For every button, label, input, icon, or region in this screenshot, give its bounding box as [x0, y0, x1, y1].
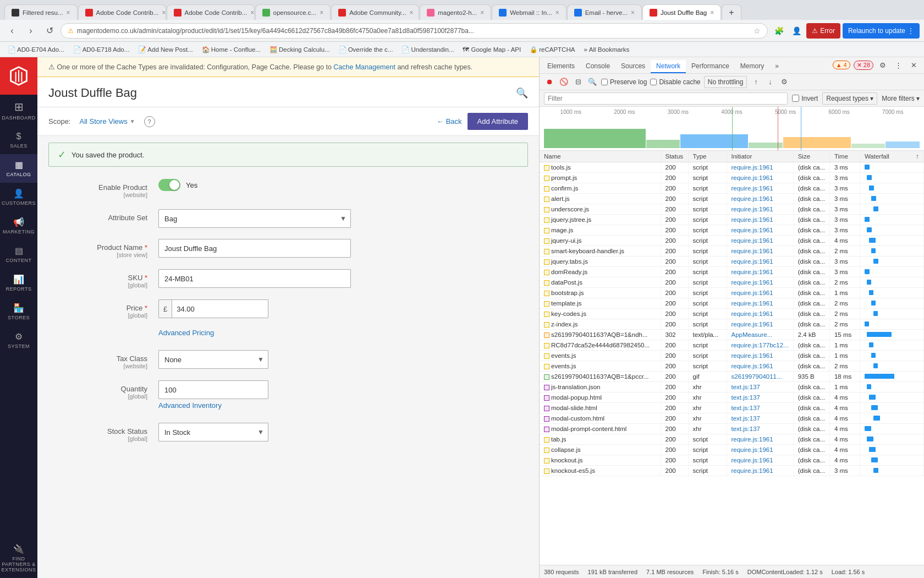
sidebar-item-content[interactable]: ▤ Content — [0, 240, 37, 269]
table-row[interactable]: jquery.tabs.js 200 script require.js:196… — [540, 257, 924, 267]
sidebar-item-marketing[interactable]: 📢 Marketing — [0, 211, 37, 240]
tab-opensource[interactable]: opensource.c... × — [255, 4, 331, 20]
table-row[interactable]: underscore.js 200 script require.js:1961… — [540, 204, 924, 215]
bookmark-home-confluence[interactable]: 🏠 Home - Conflue... — [199, 45, 264, 54]
table-row[interactable]: RC8d77dca52e4444d687982450... 200 script… — [540, 340, 924, 351]
add-attribute-button[interactable]: Add Attribute — [468, 113, 528, 130]
header-time[interactable]: Time — [829, 151, 860, 162]
table-row[interactable]: z-index.js 200 script require.js:1961 (d… — [540, 319, 924, 330]
dt-tab-elements[interactable]: Elements — [542, 60, 580, 73]
sidebar-item-catalog[interactable]: ▦ Catalog — [0, 154, 37, 183]
tab-joust[interactable]: Joust Duffle Bag × — [642, 4, 721, 20]
header-initiator[interactable]: Initiator — [727, 151, 793, 162]
bookmark-all[interactable]: » All Bookmarks — [580, 45, 632, 54]
table-row[interactable]: s26199790401163?AQB=1&pccr... 200 gif s2… — [540, 372, 924, 382]
filter-input[interactable] — [544, 92, 788, 105]
back-button[interactable]: ← Back — [437, 117, 462, 126]
tab-close-active[interactable]: × — [710, 9, 714, 17]
download-icon-button[interactable]: ↓ — [765, 77, 776, 88]
tab-adobe1[interactable]: Adobe Code Contrib... × — [78, 4, 166, 20]
product-name-input[interactable] — [158, 239, 351, 258]
sidebar-item-dashboard[interactable]: ⊞ Dashboard — [0, 95, 37, 126]
tab-close[interactable]: × — [410, 9, 414, 17]
table-row[interactable]: confirm.js 200 script require.js:1961 (d… — [540, 183, 924, 194]
tab-close[interactable]: × — [250, 9, 254, 17]
tab-close[interactable]: × — [556, 9, 559, 17]
sidebar-item-customers[interactable]: 👤 Customers — [0, 183, 37, 211]
tax-class-select[interactable]: None — [158, 350, 268, 369]
extensions-button[interactable]: 🧩 — [771, 23, 787, 39]
devtools-settings-button[interactable]: ⚙ — [877, 59, 889, 71]
disable-cache-checkbox[interactable]: Disable cache — [650, 78, 700, 86]
table-row[interactable]: events.js 200 script require.js:1961 (di… — [540, 351, 924, 361]
table-row[interactable]: smart-keyboard-handler.js 200 script req… — [540, 246, 924, 257]
header-status[interactable]: Status — [661, 151, 688, 162]
forward-nav-button[interactable]: › — [23, 23, 38, 39]
dt-tab-performance[interactable]: Performance — [686, 60, 735, 73]
reload-button[interactable]: ↺ — [42, 23, 57, 39]
table-row[interactable]: jquery.jstree.js 200 script require.js:1… — [540, 215, 924, 225]
error-button[interactable]: ⚠ Error — [806, 23, 840, 39]
profile-button[interactable]: 👤 — [789, 23, 804, 39]
header-size[interactable]: Size — [793, 151, 829, 162]
tab-close[interactable]: × — [320, 9, 323, 17]
dt-tab-sources[interactable]: Sources — [615, 60, 651, 73]
bookmark-recaptcha[interactable]: 🔒 reCAPTCHA — [526, 45, 578, 54]
filter-toggle-button[interactable]: ⊟ — [573, 77, 584, 88]
table-row[interactable]: tab.js 200 script require.js:1961 (disk … — [540, 434, 924, 445]
header-name[interactable]: Name — [540, 151, 661, 162]
tab-adobe2[interactable]: Adobe Code Contrib... × — [167, 4, 255, 20]
quantity-input[interactable] — [158, 380, 268, 399]
attribute-set-select[interactable]: Bag — [158, 209, 351, 228]
help-button[interactable]: ? — [144, 116, 155, 127]
advanced-inventory-button[interactable]: Advanced Inventory — [158, 399, 222, 412]
settings-network-button[interactable]: ⚙ — [779, 77, 790, 88]
tab-close[interactable]: × — [631, 9, 635, 17]
bookmark-google-map[interactable]: 🗺 Google Map - API — [459, 45, 524, 54]
tab-close[interactable]: × — [67, 9, 70, 17]
advanced-pricing-button[interactable]: Advanced Pricing — [158, 326, 214, 339]
tab-close[interactable]: × — [480, 9, 484, 17]
tab-community[interactable]: Adobe Community... × — [331, 4, 419, 20]
address-bar[interactable]: ⚠ magentodemo.co.uk/admin/catalog/produc… — [61, 23, 768, 39]
table-row[interactable]: modal-slide.html 200 xhr text.js:137 (di… — [540, 403, 924, 413]
magento-logo[interactable] — [0, 57, 37, 95]
bookmark-add-post[interactable]: 📝 Add New Post... — [135, 45, 196, 54]
table-row[interactable]: prompt.js 200 script require.js:1961 (di… — [540, 173, 924, 183]
toggle-switch-element[interactable] — [158, 179, 180, 191]
bookmark-star-icon[interactable]: ☆ — [754, 26, 761, 35]
table-row[interactable]: s26199790401163?AQB=1&ndh... 302 text/pl… — [540, 330, 924, 340]
clear-button[interactable]: 🚫 — [558, 77, 569, 88]
sidebar-item-sales[interactable]: $ Sales — [0, 126, 37, 154]
table-row[interactable]: modal-custom.html 200 xhr text.js:137 (d… — [540, 413, 924, 424]
sidebar-item-system[interactable]: ⚙ System — [0, 326, 37, 355]
dt-tab-network[interactable]: Network — [651, 60, 686, 73]
more-filters-button[interactable]: More filters ▾ — [882, 95, 920, 102]
bookmark-ad0-e718[interactable]: 📄 AD0-E718 Ado... — [70, 45, 133, 54]
table-row[interactable]: modal-prompt-content.html 200 xhr text.j… — [540, 424, 924, 434]
sidebar-item-extensions[interactable]: 🔌 Find Partners & Extensions — [0, 538, 37, 578]
table-row[interactable]: jquery-ui.js 200 script require.js:1961 … — [540, 236, 924, 246]
tab-magento2[interactable]: magento2-h... × — [420, 4, 491, 20]
dt-tab-console[interactable]: Console — [580, 60, 615, 73]
bookmark-ad0-e704[interactable]: 📄 AD0-E704 Ado... — [4, 45, 68, 54]
sku-input[interactable] — [158, 269, 351, 288]
table-row[interactable]: modal-popup.html 200 xhr text.js:137 (di… — [540, 392, 924, 403]
table-row[interactable]: knockout.js 200 script require.js:1961 (… — [540, 455, 924, 466]
upload-icon-button[interactable]: ↑ — [750, 77, 761, 88]
network-table-wrapper[interactable]: Name Status Type Initiator Size Time Wat… — [540, 151, 924, 565]
search-network-button[interactable]: 🔍 — [587, 77, 598, 88]
tab-close[interactable]: × — [162, 9, 166, 17]
table-row[interactable]: template.js 200 script require.js:1961 (… — [540, 298, 924, 309]
devtools-close-button[interactable]: ✕ — [908, 59, 920, 71]
relaunch-button[interactable]: Relaunch to update ⋮ — [843, 23, 920, 39]
request-types-filter[interactable]: No throttling — [704, 76, 747, 88]
stock-status-select[interactable]: In Stock — [158, 423, 268, 441]
back-nav-button[interactable]: ‹ — [4, 23, 20, 39]
tab-filtered[interactable]: Filtered resu... × — [4, 4, 78, 20]
tab-new[interactable]: + — [722, 4, 741, 20]
request-types-dropdown[interactable]: Request types ▾ — [822, 92, 877, 105]
table-row[interactable]: tools.js 200 script require.js:1961 (dis… — [540, 162, 924, 173]
devtools-dots-button[interactable]: ⋮ — [892, 59, 904, 71]
table-row[interactable]: key-codes.js 200 script require.js:1961 … — [540, 309, 924, 319]
